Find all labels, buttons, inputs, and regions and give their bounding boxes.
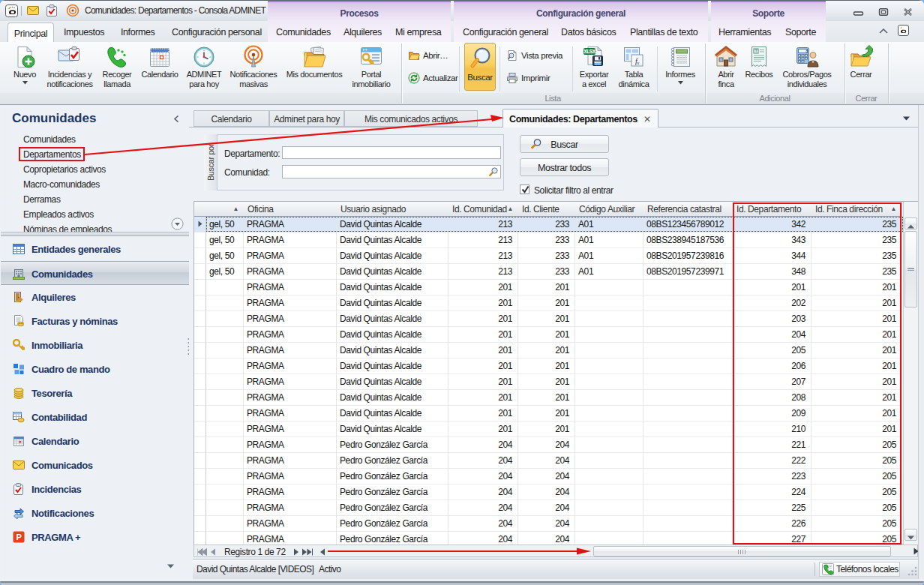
- svg-text:P: P: [16, 532, 22, 542]
- svg-text:Buscar por: Buscar por: [206, 143, 215, 181]
- svg-text:XLSX: XLSX: [584, 49, 596, 54]
